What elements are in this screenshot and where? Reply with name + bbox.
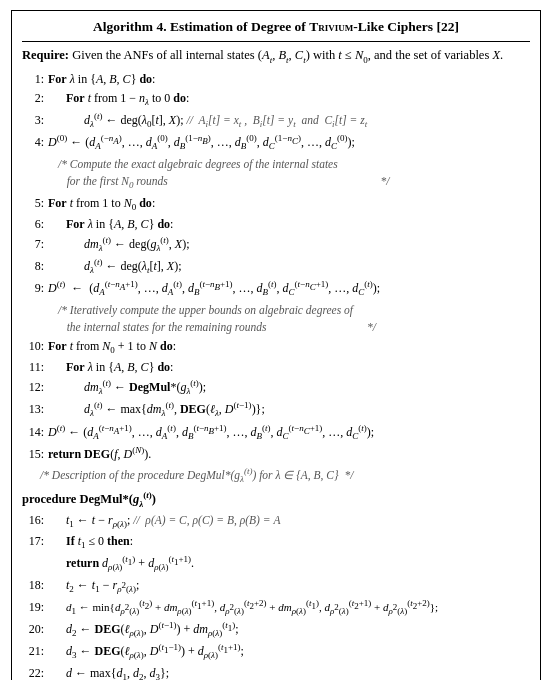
line-4: 4: D(0) ← (dA(−nA), …, dA(0), dB(1−nB), … [22, 132, 530, 154]
algorithm-box: Algorithm 4. Estimation of Degree of Tri… [11, 10, 541, 680]
comment-block-3: /* Description of the procedure DegMul*(… [40, 465, 530, 487]
line-12: 12: dmλ(t) ← DegMul*(gλ(t)); [22, 377, 530, 399]
procedure-title: procedure DegMul*(gλ(t)) [22, 490, 530, 509]
line-10: 10: For t from N0 + 1 to N do: [22, 337, 530, 358]
line-22: 22: d ← max{d1, d2, d3}; [22, 664, 530, 680]
line-18: 18: t2 ← t1 − rρ2(λ); [22, 576, 530, 597]
require-line: Require: Given the ANFs of all internal … [22, 46, 530, 67]
line-16: 16: t1 ← t − rρ(λ); // ρ(A) = C, ρ(C) = … [22, 511, 530, 532]
line-17: 17: If t1 ≤ 0 then: [22, 532, 530, 553]
comment-block-1: /* Compute the exact algebraic degrees o… [58, 156, 530, 193]
line-14: 14: D(t) ← (dA(t−nA+1), …, dA(t), dB(t−n… [22, 422, 530, 444]
line-21: 21: d3 ← DEG(ℓρ(λ), D(t1−1)) + dρ(λ)(t1+… [22, 641, 530, 663]
line-5: 5: For t from 1 to N0 do: [22, 194, 530, 215]
line-9: 9: D(t) ← (dA(t−nA+1), …, dA(t), dB(t−nB… [22, 278, 530, 300]
algorithm-title: Algorithm 4. Estimation of Degree of Tri… [22, 19, 530, 35]
line-3: 3: dλ(t) ← deg(λ0[t], X); // Ai[t] = xt … [22, 110, 530, 132]
line-7: 7: dmλ(t) ← deg(gλ(t), X); [22, 234, 530, 256]
line-1: 1: For λ in {A, B, C} do: [22, 70, 530, 89]
line-20: 20: d2 ← DEG(ℓρ(λ), D(t−1)) + dmρ(λ)(t1)… [22, 619, 530, 641]
line-6: 6: For λ in {A, B, C} do: [22, 215, 530, 234]
comment-block-2: /* Iteratively compute the upper bounds … [58, 302, 530, 337]
line-13: 13: dλ(t) ← max{dmλ(t), DEG(ℓλ, D(t−1))}… [22, 399, 530, 421]
line-11: 11: For λ in {A, B, C} do: [22, 358, 530, 377]
line-2: 2: For t from 1 − nλ to 0 do: [22, 89, 530, 110]
line-return-proc: return dρ(λ)(t1) + dρ(λ)(t1+1). [22, 553, 530, 575]
line-15: 15: return DEG(f, D(N)). [22, 444, 530, 464]
line-19: 19: d1 ← min{dρ2(λ)(t2) + dmρ(λ)(t1+1), … [22, 597, 530, 619]
line-8: 8: dλ(t) ← deg(λt[t], X); [22, 256, 530, 278]
